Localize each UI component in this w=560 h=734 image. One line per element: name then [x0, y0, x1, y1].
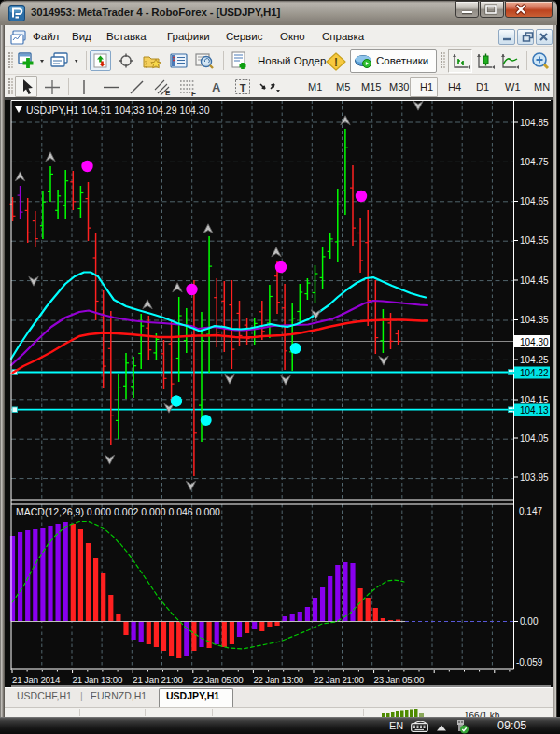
svg-text:-0.059: -0.059: [516, 657, 543, 668]
svg-text:104.25: 104.25: [520, 355, 549, 365]
svg-text:104.45: 104.45: [520, 275, 549, 286]
svg-text:104.85: 104.85: [520, 118, 549, 128]
svg-text:23 Jan 05:00: 23 Jan 05:00: [374, 674, 425, 685]
svg-text:21 Jan 13:00: 21 Jan 13:00: [73, 674, 123, 685]
svg-text:22 Jan 21:00: 22 Jan 21:00: [314, 674, 364, 685]
svg-text:103.95: 103.95: [520, 473, 549, 483]
svg-text:22 Jan 13:00: 22 Jan 13:00: [253, 674, 303, 685]
svg-text:22 Jan 05:00: 22 Jan 05:00: [193, 674, 244, 685]
svg-text:104.65: 104.65: [520, 196, 549, 206]
svg-text:104.15: 104.15: [520, 395, 549, 405]
svg-text:21 Jan 21:00: 21 Jan 21:00: [133, 674, 183, 685]
svg-text:USDJPY,H1 104.31 104.33 104.2: USDJPY,H1 104.31 104.33 104.29 104.30: [26, 105, 210, 116]
svg-text:0.147: 0.147: [519, 506, 542, 516]
svg-text:0.00: 0.00: [520, 616, 539, 627]
svg-text:MACD(12,26,9) 0.000 0.002 0.00: MACD(12,26,9) 0.000 0.002 0.000 0.046 0.…: [16, 506, 220, 517]
svg-text:21 Jan 2014: 21 Jan 2014: [12, 674, 61, 685]
svg-text:104.55: 104.55: [520, 235, 549, 246]
svg-text:104.75: 104.75: [520, 157, 549, 167]
svg-text:104.30: 104.30: [520, 337, 549, 347]
svg-text:104.22: 104.22: [520, 368, 549, 378]
svg-text:104.05: 104.05: [520, 433, 549, 444]
svg-text:104.35: 104.35: [520, 315, 549, 325]
svg-text:104.13: 104.13: [520, 405, 549, 416]
